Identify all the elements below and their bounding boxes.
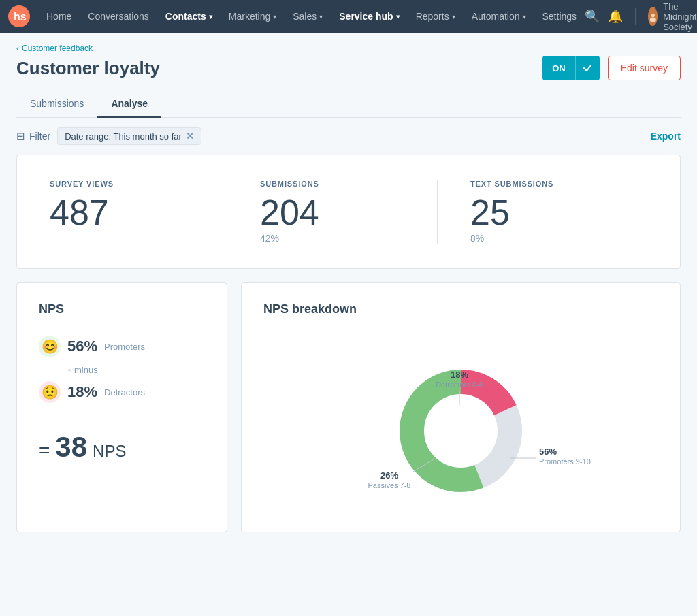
stat-submissions: SUBMISSIONS 204 42% bbox=[227, 180, 437, 244]
breadcrumb-text: Customer feedback bbox=[22, 44, 93, 53]
lower-row: NPS 😊 56% Promoters - minus 😟 18% Detrac… bbox=[16, 282, 681, 532]
donut-hole bbox=[425, 395, 497, 467]
nps-divider bbox=[39, 417, 205, 417]
page-title: Customer loyalty bbox=[16, 58, 160, 79]
stat-text-label: TEXT SUBMISSIONS bbox=[470, 180, 553, 188]
stat-submissions-sub: 42% bbox=[260, 233, 279, 244]
filter-left: ⊟ Filter Date range: This month so far ✕ bbox=[16, 127, 201, 145]
toggle-on-button[interactable]: ON bbox=[542, 56, 575, 80]
nav-reports[interactable]: Reports▾ bbox=[408, 0, 464, 33]
user-menu[interactable]: The Midnight Society ▾ bbox=[648, 1, 697, 32]
detractors-range-label: Detractors 0-6 bbox=[436, 380, 483, 389]
filter-tag: Date range: This month so far ✕ bbox=[57, 127, 201, 145]
check-icon bbox=[583, 63, 592, 73]
nav-conversations[interactable]: Conversations bbox=[80, 0, 157, 33]
promoters-emoji-icon: 😊 bbox=[39, 336, 61, 357]
promoters-pct: 56% bbox=[67, 338, 97, 355]
title-actions: ON Edit survey bbox=[542, 56, 681, 80]
nps-minus-row: - minus bbox=[67, 363, 205, 377]
tab-submissions[interactable]: Submissions bbox=[16, 91, 97, 118]
toggle-group: ON bbox=[542, 56, 600, 80]
chevron-down-icon: ▾ bbox=[319, 13, 323, 20]
tabs: Submissions Analyse bbox=[16, 91, 681, 118]
filter-label: Filter bbox=[29, 131, 50, 142]
filter-tag-close-button[interactable]: ✕ bbox=[186, 131, 194, 142]
edit-survey-button[interactable]: Edit survey bbox=[608, 56, 681, 80]
nav-contacts[interactable]: Contacts▾ bbox=[157, 0, 221, 33]
donut-chart: 18% Detractors 0-6 26% Passives 7-8 56% … bbox=[359, 336, 563, 513]
donut-chart-wrapper: 18% Detractors 0-6 26% Passives 7-8 56% … bbox=[263, 336, 658, 513]
filter-button[interactable]: ⊟ Filter bbox=[16, 130, 50, 142]
chevron-down-icon: ▾ bbox=[273, 13, 276, 20]
nps-total-value: 38 bbox=[55, 431, 87, 464]
avatar bbox=[648, 7, 658, 26]
nav-settings[interactable]: Settings bbox=[534, 0, 585, 33]
search-button[interactable]: 🔍 bbox=[585, 9, 600, 24]
passives-pct-label: 26% bbox=[380, 470, 398, 481]
stat-survey-views-value: 487 bbox=[50, 195, 109, 230]
stat-survey-views-label: SURVEY VIEWS bbox=[50, 180, 114, 188]
chevron-down-icon: ▾ bbox=[209, 13, 212, 20]
nps-breakdown-card: NPS breakdown bbox=[241, 282, 681, 532]
nps-card-title: NPS bbox=[39, 302, 205, 317]
promoters-pct-chart-label: 56% bbox=[539, 447, 557, 457]
user-name: The Midnight Society bbox=[663, 1, 697, 32]
detractors-emoji-icon: 😟 bbox=[39, 381, 61, 403]
nav-sales[interactable]: Sales▾ bbox=[285, 0, 331, 33]
minus-label: minus bbox=[74, 365, 98, 375]
main-content: ‹ Customer feedback Customer loyalty ON … bbox=[0, 33, 697, 549]
svg-point-4 bbox=[649, 18, 655, 22]
stat-text-submissions: TEXT SUBMISSIONS 25 8% bbox=[437, 180, 647, 244]
breadcrumb[interactable]: ‹ Customer feedback bbox=[16, 33, 681, 56]
nav-items: Home Conversations Contacts▾ Marketing▾ … bbox=[38, 0, 585, 33]
nav-automation[interactable]: Automation▾ bbox=[464, 0, 534, 33]
breadcrumb-arrow-icon: ‹ bbox=[16, 44, 19, 53]
detractors-pct: 18% bbox=[67, 383, 97, 401]
stat-text-value: 25 bbox=[470, 195, 510, 230]
stat-text-sub: 8% bbox=[470, 233, 484, 244]
notifications-button[interactable]: 🔔 bbox=[608, 9, 623, 24]
hubspot-logo[interactable]: hs bbox=[8, 5, 30, 27]
export-button[interactable]: Export bbox=[651, 131, 681, 142]
detractors-pct-label: 18% bbox=[451, 370, 468, 380]
chevron-down-icon: ▾ bbox=[523, 13, 526, 20]
nav-home[interactable]: Home bbox=[38, 0, 80, 33]
nav-divider bbox=[635, 8, 636, 25]
nps-detractors-item: 😟 18% Detractors bbox=[39, 381, 205, 403]
nps-equals-symbol: = bbox=[39, 440, 50, 461]
svg-point-3 bbox=[651, 14, 654, 17]
nps-promoters-item: 😊 56% Promoters bbox=[39, 336, 205, 357]
filter-tag-text: Date range: This month so far bbox=[65, 131, 182, 142]
nav-service-hub[interactable]: Service hub▾ bbox=[331, 0, 407, 33]
minus-symbol: - bbox=[67, 363, 71, 377]
chevron-down-icon: ▾ bbox=[452, 13, 455, 20]
tab-analyse[interactable]: Analyse bbox=[97, 91, 161, 118]
stat-survey-views: SURVEY VIEWS 487 bbox=[50, 180, 227, 244]
page-title-row: Customer loyalty ON Edit survey bbox=[16, 56, 681, 80]
nps-breakdown-title: NPS breakdown bbox=[263, 302, 658, 317]
detractors-label: Detractors bbox=[104, 387, 145, 398]
toggle-check-button[interactable] bbox=[575, 56, 600, 80]
promoters-label: Promoters bbox=[104, 342, 145, 352]
nps-card: NPS 😊 56% Promoters - minus 😟 18% Detrac… bbox=[16, 282, 227, 532]
filter-bar: ⊟ Filter Date range: This month so far ✕… bbox=[16, 118, 681, 155]
filter-icon: ⊟ bbox=[16, 130, 25, 142]
stat-submissions-value: 204 bbox=[260, 195, 319, 230]
passives-range-label: Passives 7-8 bbox=[368, 481, 411, 489]
nav-right: 🔍 🔔 The Midnight Society ▾ bbox=[585, 1, 697, 32]
nps-total-label: NPS bbox=[93, 442, 126, 461]
nps-total: = 38 NPS bbox=[39, 431, 205, 464]
stats-card: SURVEY VIEWS 487 SUBMISSIONS 204 42% TEX… bbox=[16, 155, 681, 269]
promoters-range-label: Promoters 9-10 bbox=[539, 457, 591, 466]
stat-submissions-label: SUBMISSIONS bbox=[260, 180, 319, 188]
top-navigation: hs Home Conversations Contacts▾ Marketin… bbox=[0, 0, 697, 33]
svg-text:hs: hs bbox=[14, 11, 27, 22]
nav-marketing[interactable]: Marketing▾ bbox=[221, 0, 285, 33]
chevron-down-icon: ▾ bbox=[396, 13, 400, 20]
